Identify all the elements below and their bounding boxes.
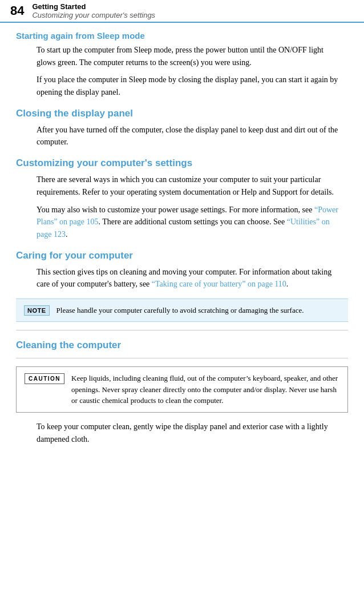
heading-customizing: Customizing your computer's settings: [16, 158, 348, 169]
note-text: Please handle your computer carefully to…: [56, 305, 304, 316]
caution-label: CAUTION: [25, 373, 64, 384]
header-subsection: Customizing your computer's settings: [32, 11, 155, 19]
caution-text: Keep liquids, including cleaning fluid, …: [71, 373, 339, 406]
page-container: 84 Getting Started Customizing your comp…: [0, 0, 364, 601]
note-box: NOTE Please handle your computer careful…: [16, 299, 348, 322]
para-caring-1: This section gives tips on cleaning and …: [37, 266, 342, 291]
link-battery[interactable]: “Taking care of your battery” on page 11…: [152, 280, 286, 288]
heading-caring: Caring for your computer: [16, 250, 348, 261]
header-text: Getting Started Customizing your compute…: [32, 2, 155, 19]
content-area: Starting again from Sleep mode To start …: [0, 31, 364, 445]
para-starting-2: If you place the computer in Sleep mode …: [37, 74, 342, 98]
para-cleaning-1: To keep your computer clean, gently wipe…: [37, 421, 342, 445]
para-closing-1: After you have turned off the computer, …: [37, 124, 342, 148]
header-section: Getting Started: [32, 2, 155, 11]
note-label: NOTE: [24, 305, 50, 316]
heading-cleaning: Cleaning the computer: [16, 340, 348, 351]
page-number: 84: [0, 2, 32, 19]
para-starting-1: To start up the computer from Sleep mode…: [37, 44, 342, 68]
para-customizing-2: You may also wish to customize your powe…: [37, 204, 342, 241]
para-customizing-1: There are several ways in which you can …: [37, 174, 342, 198]
heading-closing-display: Closing the display panel: [16, 108, 348, 119]
page-header: 84 Getting Started Customizing your comp…: [0, 0, 364, 23]
section-divider-2: [16, 358, 348, 358]
caution-box: CAUTION Keep liquids, including cleaning…: [16, 366, 348, 413]
heading-starting-again: Starting again from Sleep mode: [16, 31, 348, 41]
section-divider: [16, 330, 348, 330]
